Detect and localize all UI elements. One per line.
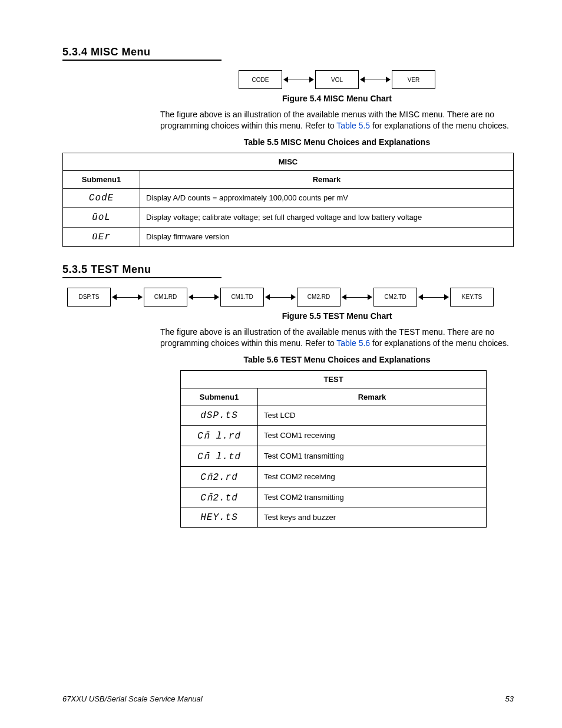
- remark-cell: Test COM2 receiving: [258, 466, 487, 487]
- body-post: for explanations of the menu choices.: [370, 338, 509, 348]
- remark-cell: Test COM1 transmitting: [258, 446, 487, 466]
- remark-cell: Display A/D counts = approximately 100,0…: [140, 188, 514, 207]
- remark-cell: Display voltage; calibrate voltage; set …: [140, 207, 514, 227]
- table-caption: Table 5.5 MISC Menu Choices and Explanat…: [160, 137, 514, 147]
- heading-test: 5.3.5 TEST Menu: [62, 263, 514, 276]
- column-header: Remark: [258, 388, 487, 406]
- double-arrow-icon: [264, 297, 297, 298]
- table-row: TEST: [181, 370, 487, 388]
- table-row: Submenu1 Remark: [181, 388, 487, 406]
- table-row: dSP.tS Test LCD: [181, 406, 487, 425]
- misc-table: MISC Submenu1 Remark CodE Display A/D co…: [62, 153, 514, 247]
- table-row: Cn̄2.rd Test COM2 receiving: [181, 466, 487, 487]
- table-link[interactable]: Table 5.6: [336, 338, 370, 348]
- column-header: Submenu1: [63, 170, 140, 188]
- diagram-box: CM1.TD: [220, 288, 264, 307]
- figure-caption: Figure 5.4 MISC Menu Chart: [160, 94, 514, 103]
- seg-cell: ūEr: [63, 227, 140, 246]
- table-row: Cn̄ l.td Test COM1 transmitting: [181, 446, 487, 466]
- seg-cell: dSP.tS: [181, 406, 258, 425]
- diagram-box: VOL: [315, 70, 359, 89]
- section-misc: 5.3.4 MISC Menu CODE VOL VER Figure 5.4 …: [62, 46, 514, 247]
- test-table: TEST Submenu1 Remark dSP.tS Test LCD Cn̄…: [180, 370, 487, 528]
- test-diagram: DSP.TS CM1.RD CM1.TD CM2.RD CM2.TD KEY.T…: [62, 288, 514, 307]
- page-number: 53: [505, 694, 514, 703]
- column-header: Remark: [140, 170, 514, 188]
- figure-caption: Figure 5.5 TEST Menu Chart: [160, 311, 514, 321]
- footer-title: 67XXU USB/Serial Scale Service Manual: [62, 694, 203, 703]
- double-arrow-icon: [359, 79, 392, 80]
- remark-cell: Test COM1 receiving: [258, 425, 487, 446]
- table-link[interactable]: Table 5.5: [336, 121, 370, 130]
- page: 5.3.4 MISC Menu CODE VOL VER Figure 5.4 …: [0, 0, 562, 728]
- table-row: Cn̄ l.rd Test COM1 receiving: [181, 425, 487, 446]
- double-arrow-icon: [187, 297, 220, 298]
- remark-cell: Display firmware version: [140, 227, 514, 246]
- seg-cell: Cn̄2.rd: [181, 466, 258, 487]
- table-row: CodE Display A/D counts = approximately …: [63, 188, 514, 207]
- table-header-top: TEST: [181, 370, 487, 388]
- column-header: Submenu1: [181, 388, 258, 406]
- double-arrow-icon: [340, 297, 373, 298]
- double-arrow-icon: [282, 79, 315, 80]
- seg-cell: HEY.tS: [181, 508, 258, 527]
- table-row: ūEr Display firmware version: [63, 227, 514, 246]
- page-footer: 67XXU USB/Serial Scale Service Manual 53: [62, 694, 514, 703]
- misc-diagram: CODE VOL VER: [160, 70, 514, 89]
- double-arrow-icon: [111, 297, 144, 298]
- body-post: for explanations of the menu choices.: [370, 121, 509, 130]
- heading-underline: [62, 277, 222, 278]
- diagram-box: CM1.RD: [144, 288, 187, 307]
- diagram-box: CODE: [239, 70, 282, 89]
- table-header-top: MISC: [63, 153, 514, 170]
- diagram-box: KEY.TS: [450, 288, 494, 307]
- table-row: Cn̄2.td Test COM2 transmitting: [181, 487, 487, 508]
- seg-cell: Cn̄ l.rd: [181, 425, 258, 446]
- table-row: Submenu1 Remark: [63, 170, 514, 188]
- table-row: HEY.tS Test keys and buzzer: [181, 508, 487, 527]
- diagram-box: CM2.TD: [373, 288, 417, 307]
- remark-cell: Test keys and buzzer: [258, 508, 487, 527]
- double-arrow-icon: [417, 297, 450, 298]
- heading-misc: 5.3.4 MISC Menu: [62, 46, 514, 58]
- diagram-box: DSP.TS: [67, 288, 111, 307]
- body-text: The figure above is an illustration of t…: [160, 327, 514, 349]
- remark-cell: Test LCD: [258, 406, 487, 425]
- heading-underline: [62, 60, 222, 61]
- remark-cell: Test COM2 transmitting: [258, 487, 487, 508]
- seg-cell: CodE: [63, 188, 140, 207]
- diagram-box: CM2.RD: [297, 288, 340, 307]
- body-text: The figure above is an illustration of t…: [160, 109, 514, 131]
- table-caption: Table 5.6 TEST Menu Choices and Explanat…: [160, 355, 514, 364]
- seg-cell: Cn̄ l.td: [181, 446, 258, 466]
- diagram-box: VER: [392, 70, 435, 89]
- seg-cell: ūoL: [63, 207, 140, 227]
- seg-cell: Cn̄2.td: [181, 487, 258, 508]
- table-row: MISC: [63, 153, 514, 170]
- section-test: 5.3.5 TEST Menu DSP.TS CM1.RD CM1.TD CM2…: [62, 263, 514, 528]
- table-row: ūoL Display voltage; calibrate voltage;…: [63, 207, 514, 227]
